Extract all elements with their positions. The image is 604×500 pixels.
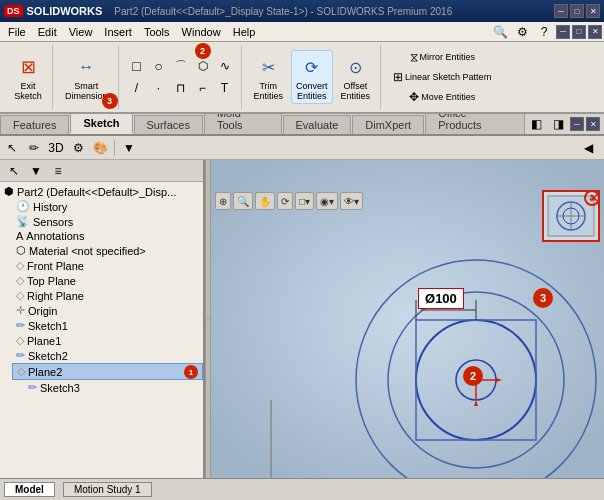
- tree-root[interactable]: ⬢ Part2 (Default<<Default>_Disp...: [0, 184, 203, 199]
- tab-model[interactable]: Model: [4, 482, 55, 497]
- convert-entities-button[interactable]: ⟳ ConvertEntities: [291, 50, 333, 104]
- rotate-button[interactable]: ⟳: [277, 192, 293, 210]
- menu-file[interactable]: File: [2, 24, 32, 40]
- tree-item-history[interactable]: 🕐 History: [12, 199, 203, 214]
- linear-sketch-pattern-label: Linear Sketch Pattern: [405, 72, 492, 82]
- title-separator: Part2 (Default<<Default>_Display State-1…: [114, 6, 452, 17]
- thumbnail-close-button[interactable]: ✕: [589, 192, 598, 205]
- menu-insert[interactable]: Insert: [98, 24, 138, 40]
- dock-right-button[interactable]: ◨: [548, 114, 568, 134]
- minimize-button[interactable]: ─: [554, 4, 568, 18]
- dimension-box[interactable]: Ø100: [418, 288, 464, 309]
- dimension-value: 100: [435, 291, 457, 306]
- tree-select-button[interactable]: ↖: [4, 161, 24, 181]
- polygon-tool-button[interactable]: ⬡: [193, 56, 213, 76]
- badge-3: 3: [102, 93, 118, 109]
- select-tool-button[interactable]: ↖: [2, 138, 22, 158]
- tree-item-plane2[interactable]: ◇ Plane2 1: [12, 363, 203, 380]
- options-icon[interactable]: ⚙: [512, 22, 532, 42]
- menu-tools[interactable]: Tools: [138, 24, 176, 40]
- app-name: SOLIDWORKS: [27, 5, 103, 17]
- panel-close-button[interactable]: ✕: [586, 117, 600, 131]
- plane2-icon: ◇: [17, 365, 25, 378]
- titlebar: DS SOLIDWORKS Part2 (Default<<Default>_D…: [0, 0, 604, 22]
- menu-help[interactable]: Help: [227, 24, 262, 40]
- front-plane-icon: ◇: [16, 259, 24, 272]
- linear-sketch-pattern-button[interactable]: ⊞ Linear Sketch Pattern: [389, 68, 496, 86]
- ribbon-close-button[interactable]: ✕: [588, 25, 602, 39]
- mirror-entities-button[interactable]: ⧖ Mirror Entities: [406, 48, 480, 66]
- dock-left-button[interactable]: ◧: [526, 114, 546, 134]
- tab-evaluate[interactable]: Evaluate: [283, 115, 352, 134]
- zoom-in-button[interactable]: 🔍: [233, 192, 253, 210]
- sketch1-icon: ✏: [16, 319, 25, 332]
- step-badge-3: 3: [533, 288, 553, 308]
- sketch-color-button[interactable]: 🎨: [90, 138, 110, 158]
- hide-show-button[interactable]: 👁▾: [340, 192, 363, 210]
- linear-sketch-pattern-icon: ⊞: [393, 70, 403, 84]
- tab-features[interactable]: Features: [0, 115, 69, 134]
- tree-more-button[interactable]: ≡: [48, 161, 68, 181]
- right-plane-icon: ◇: [16, 289, 24, 302]
- offset-entities-button[interactable]: ⊙ OffsetEntities: [337, 51, 375, 103]
- view-selector-button[interactable]: □▾: [295, 192, 314, 210]
- help-search-icon[interactable]: 🔍: [490, 22, 510, 42]
- tree-item-plane1[interactable]: ◇ Plane1: [12, 333, 203, 348]
- tree-item-front-plane[interactable]: ◇ Front Plane: [12, 258, 203, 273]
- trim-entities-label: TrimEntities: [254, 81, 284, 101]
- tree-item-sketch1[interactable]: ✏ Sketch1: [12, 318, 203, 333]
- question-icon[interactable]: ?: [534, 22, 554, 42]
- tab-sketch[interactable]: Sketch: [70, 113, 132, 134]
- rectangle-tool-button[interactable]: □: [127, 56, 147, 76]
- sketch2-label: Sketch2: [28, 350, 68, 362]
- ribbon-minimize-button[interactable]: ─: [556, 25, 570, 39]
- smart-dimension-icon: ↔: [72, 53, 100, 81]
- tree-item-sketch2[interactable]: ✏ Sketch2: [12, 348, 203, 363]
- fillet-tool-button[interactable]: ⌐: [193, 78, 213, 98]
- tree-item-annotations[interactable]: A Annotations: [12, 229, 203, 243]
- move-entities-button[interactable]: ✥ Move Entities: [405, 88, 479, 106]
- arc-tool-button[interactable]: ⌒: [171, 56, 191, 76]
- menu-view[interactable]: View: [63, 24, 99, 40]
- sketch-filter-button[interactable]: ✏: [24, 138, 44, 158]
- panel-minimize-button[interactable]: ─: [570, 117, 584, 131]
- line-tool-button[interactable]: /: [127, 78, 147, 98]
- menu-edit[interactable]: Edit: [32, 24, 63, 40]
- origin-label: Origin: [28, 305, 57, 317]
- tree-item-right-plane[interactable]: ◇ Right Plane: [12, 288, 203, 303]
- menu-window[interactable]: Window: [176, 24, 227, 40]
- display-style-button[interactable]: ◉▾: [316, 192, 338, 210]
- sketch2-icon: ✏: [16, 349, 25, 362]
- pan-button[interactable]: ✋: [255, 192, 275, 210]
- circle-tool-button[interactable]: ○: [149, 56, 169, 76]
- tab-surfaces[interactable]: Surfaces: [134, 115, 203, 134]
- front-plane-label: Front Plane: [27, 260, 84, 272]
- tree-item-sketch3[interactable]: ✏ Sketch3: [24, 380, 203, 395]
- tree-item-top-plane[interactable]: ◇ Top Plane: [12, 273, 203, 288]
- 3d-sketch-button[interactable]: 3D: [46, 138, 66, 158]
- tree-root-label: Part2 (Default<<Default>_Disp...: [17, 186, 176, 198]
- tree-item-origin[interactable]: ✛ Origin: [12, 303, 203, 318]
- collapse-panel-button[interactable]: ◀: [578, 138, 598, 158]
- zoom-to-fit-button[interactable]: ⊕: [215, 192, 231, 210]
- tree-filter-button[interactable]: ▼: [26, 161, 46, 181]
- tab-dimxpert[interactable]: DimXpert: [352, 115, 424, 134]
- spline-tool-button[interactable]: ∿: [215, 56, 235, 76]
- point-tool-button[interactable]: ·: [149, 78, 169, 98]
- sketch-settings-button[interactable]: ⚙: [68, 138, 88, 158]
- right-plane-label: Right Plane: [27, 290, 84, 302]
- trim-entities-button[interactable]: ✂ TrimEntities: [250, 51, 288, 103]
- exit-sketch-button[interactable]: ⊠ ExitSketch: [10, 51, 46, 103]
- tree-item-sensors[interactable]: 📡 Sensors: [12, 214, 203, 229]
- filter-button[interactable]: ▼: [119, 138, 139, 158]
- close-button[interactable]: ✕: [586, 4, 600, 18]
- tree-item-material[interactable]: ⬡ Material <not specified>: [12, 243, 203, 258]
- maximize-button[interactable]: □: [570, 4, 584, 18]
- tab-motion-study[interactable]: Motion Study 1: [63, 482, 152, 497]
- text-tool-button[interactable]: T: [215, 78, 235, 98]
- sensors-icon: 📡: [16, 215, 30, 228]
- ribbon-maximize-button[interactable]: □: [572, 25, 586, 39]
- sketch1-label: Sketch1: [28, 320, 68, 332]
- slot-tool-button[interactable]: ⊓: [171, 78, 191, 98]
- sketch3-icon: ✏: [28, 381, 37, 394]
